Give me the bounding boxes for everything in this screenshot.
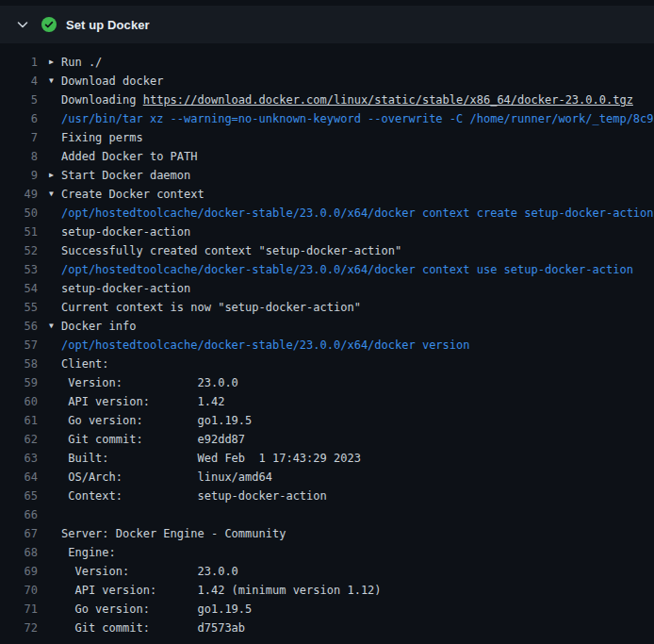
line-number[interactable]: 66 — [0, 505, 49, 524]
log-text: Fixing perms — [61, 128, 143, 147]
log-line: 62 Git commit: e92dd87 — [0, 430, 654, 449]
line-number[interactable]: 61 — [0, 411, 49, 430]
plain-text: API version: 1.42 (minimum version 1.12) — [61, 584, 382, 597]
log-text: Current context is now "setup-docker-act… — [61, 298, 361, 317]
log-line: 67Server: Docker Engine - Community — [0, 524, 654, 543]
line-number[interactable]: 71 — [0, 600, 49, 619]
plain-text: setup-docker-action — [61, 225, 190, 239]
log-text: /opt/hostedtoolcache/docker-stable/23.0.… — [61, 204, 654, 223]
indent-spacer — [49, 336, 61, 355]
indent-spacer — [49, 600, 61, 619]
log-text: Client: — [61, 355, 109, 373]
line-number[interactable]: 72 — [0, 619, 49, 637]
line-number[interactable]: 51 — [0, 223, 49, 241]
log-text: Go version: go1.19.5 — [61, 600, 252, 619]
line-number[interactable]: 69 — [0, 562, 49, 581]
line-number[interactable]: 59 — [0, 373, 49, 392]
log-text: Create Docker context — [61, 185, 204, 204]
log-text: Docker info — [61, 317, 136, 336]
line-number[interactable]: 62 — [0, 430, 49, 449]
log-line: 65 Context: setup-docker-action — [0, 487, 654, 505]
log-line: 8Added Docker to PATH — [0, 147, 654, 166]
line-number[interactable]: 65 — [0, 487, 49, 505]
indent-spacer — [49, 505, 61, 524]
indent-spacer — [49, 543, 61, 562]
log-text: API version: 1.42 — [61, 392, 224, 411]
plain-text: Downloading — [61, 93, 143, 107]
indent-spacer — [49, 373, 61, 392]
line-number[interactable]: 53 — [0, 260, 49, 279]
command-text: /opt/hostedtoolcache/docker-stable/23.0.… — [61, 339, 469, 352]
log-line: 6/usr/bin/tar xz --warning=no-unknown-ke… — [0, 109, 654, 128]
plain-text: Added Docker to PATH — [61, 150, 198, 163]
line-number[interactable]: 49 — [0, 185, 49, 204]
down-arrow-icon[interactable]: ▼ — [49, 72, 61, 91]
line-number[interactable]: 6 — [0, 109, 49, 128]
plain-text: Docker info — [61, 320, 136, 333]
plain-text: Client: — [61, 357, 109, 371]
log-text: Successfully created context "setup-dock… — [61, 241, 401, 260]
log-line: 68 Engine: — [0, 543, 654, 562]
plain-text: Git commit: e92dd87 — [61, 433, 245, 446]
step-title: Set up Docker — [66, 18, 150, 32]
line-number[interactable]: 4 — [0, 72, 49, 91]
indent-spacer — [49, 468, 61, 487]
right-arrow-icon[interactable]: ▶ — [49, 166, 61, 185]
down-arrow-icon[interactable]: ▼ — [49, 185, 61, 204]
line-number[interactable]: 8 — [0, 147, 49, 166]
line-number[interactable]: 54 — [0, 279, 49, 298]
log-line: 57/opt/hostedtoolcache/docker-stable/23.… — [0, 336, 654, 355]
plain-text: setup-docker-action — [61, 282, 190, 295]
log-group-line[interactable]: 56▼Docker info — [0, 317, 654, 336]
indent-spacer — [49, 223, 61, 241]
log-group-line[interactable]: 9▶Start Docker daemon — [0, 166, 654, 185]
log-line: 61 Go version: go1.19.5 — [0, 411, 654, 430]
log-line: 51setup-docker-action — [0, 223, 654, 241]
log-text: Git commit: e92dd87 — [61, 430, 245, 449]
step-header[interactable]: Set up Docker — [0, 6, 654, 43]
line-number[interactable]: 9 — [0, 166, 49, 185]
log-line: 66 — [0, 505, 654, 524]
log-line: 72 Git commit: d7573ab — [0, 619, 654, 637]
line-number[interactable]: 52 — [0, 241, 49, 260]
command-text: /opt/hostedtoolcache/docker-stable/23.0.… — [61, 263, 633, 276]
plain-text: Download docker — [61, 74, 163, 88]
line-number[interactable]: 50 — [0, 204, 49, 223]
line-number[interactable]: 70 — [0, 581, 49, 600]
log-text: Added Docker to PATH — [61, 147, 198, 166]
plain-text: Server: Docker Engine - Community — [61, 527, 286, 540]
indent-spacer — [49, 619, 61, 637]
command-text: /opt/hostedtoolcache/docker-stable/23.0.… — [61, 206, 654, 220]
log-line: 50/opt/hostedtoolcache/docker-stable/23.… — [0, 204, 654, 223]
log-group-line[interactable]: 4▼Download docker — [0, 72, 654, 91]
indent-spacer — [49, 449, 61, 468]
line-number[interactable]: 58 — [0, 355, 49, 373]
log-link[interactable]: https://download.docker.com/linux/static… — [143, 93, 633, 107]
plain-text: Create Docker context — [61, 188, 204, 201]
line-number[interactable]: 5 — [0, 91, 49, 109]
line-number[interactable]: 56 — [0, 317, 49, 336]
down-arrow-icon[interactable]: ▼ — [49, 317, 61, 336]
plain-text: Successfully created context "setup-dock… — [61, 244, 401, 257]
indent-spacer — [49, 411, 61, 430]
line-number[interactable]: 7 — [0, 128, 49, 147]
line-number[interactable]: 60 — [0, 392, 49, 411]
indent-spacer — [49, 581, 61, 600]
log-line: 60 API version: 1.42 — [0, 392, 654, 411]
line-number[interactable]: 1 — [0, 53, 49, 72]
indent-spacer — [49, 487, 61, 505]
log-group-line[interactable]: 49▼Create Docker context — [0, 185, 654, 204]
log-group-line[interactable]: 1▶Run ./ — [0, 53, 654, 72]
line-number[interactable]: 57 — [0, 336, 49, 355]
log-text: /usr/bin/tar xz --warning=no-unknown-key… — [61, 109, 654, 128]
line-number[interactable]: 67 — [0, 524, 49, 543]
right-arrow-icon[interactable]: ▶ — [49, 53, 61, 72]
log-text: Git commit: d7573ab — [61, 619, 245, 637]
chevron-down-icon[interactable] — [15, 17, 30, 32]
line-number[interactable]: 63 — [0, 449, 49, 468]
line-number[interactable]: 55 — [0, 298, 49, 317]
log-line: 58Client: — [0, 355, 654, 373]
line-number[interactable]: 68 — [0, 543, 49, 562]
line-number[interactable]: 64 — [0, 468, 49, 487]
indent-spacer — [49, 279, 61, 298]
